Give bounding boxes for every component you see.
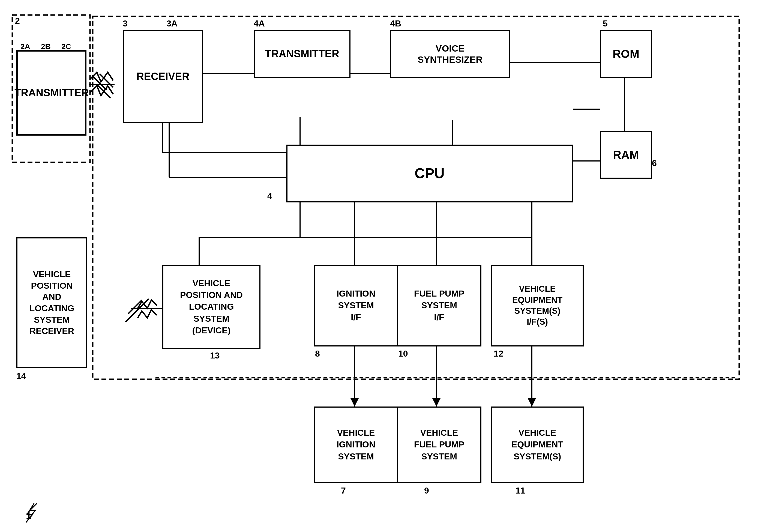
vehicle-equipment-box: VEHICLE EQUIPMENT SYSTEM(S) [491, 406, 584, 483]
cpu-box: CPU [286, 145, 573, 202]
svg-marker-46 [528, 398, 536, 406]
label-4B: 4B [390, 19, 401, 29]
svg-marker-45 [432, 398, 440, 406]
svg-line-7 [99, 74, 113, 87]
label-11: 11 [515, 486, 525, 496]
cpu-label: CPU [415, 165, 444, 181]
label-7: 7 [341, 486, 346, 496]
vehicle-ignition-box: VEHICLE IGNITION SYSTEM [314, 406, 398, 483]
label-6: 6 [652, 158, 657, 168]
svg-marker-44 [350, 398, 359, 406]
diagram: 1 2 2A 2B 2C TRANSMITTER 3 3A RECEIVER 4… [0, 0, 761, 532]
label-3A: 3A [166, 19, 178, 29]
transmitter-right: TRANSMITTER [254, 30, 350, 78]
label-12: 12 [494, 349, 503, 359]
vehicle-position-device-box: VEHICLE POSITION AND LOCATING SYSTEM (DE… [162, 265, 261, 349]
vehicle-position-receiver-box: VEHICLE POSITION AND LOCATING SYSTEM REC… [16, 237, 87, 368]
label-10: 10 [398, 349, 408, 359]
receiver-box: RECEIVER [123, 30, 203, 123]
voice-synthesizer-box: VOICE SYNTHESIZER [390, 30, 510, 78]
ignition-if-box: IGNITION SYSTEM I/F [314, 265, 398, 346]
ram-box: RAM [600, 131, 652, 179]
vehicle-fuel-pump-box: VEHICLE FUEL PUMP SYSTEM [397, 406, 481, 483]
label-2C: 2C [61, 42, 71, 51]
transmitter-left: TRANSMITTER [17, 50, 87, 135]
svg-line-8 [97, 85, 110, 98]
label-2B: 2B [41, 42, 51, 51]
label-5: 5 [603, 19, 608, 29]
label-4: 4 [267, 191, 272, 201]
svg-line-27 [135, 299, 149, 312]
rom-box: ROM [600, 30, 652, 78]
label-2: 2 [15, 16, 20, 26]
fuel-pump-if-box: FUEL PUMP SYSTEM I/F [397, 265, 481, 346]
label-13: 13 [210, 351, 220, 361]
label-8: 8 [315, 349, 320, 359]
svg-line-28 [126, 308, 139, 322]
label-14: 14 [16, 371, 26, 381]
label-4A: 4A [254, 19, 265, 29]
svg-line-26 [128, 300, 142, 314]
svg-line-6 [93, 76, 106, 90]
vehicle-equipment-if-box: VEHICLE EQUIPMENT SYSTEM(S) I/F(S) [491, 265, 584, 346]
lightning-1 [21, 502, 42, 524]
label-3: 3 [123, 19, 128, 29]
label-2A: 2A [21, 42, 30, 51]
label-9: 9 [424, 486, 429, 496]
